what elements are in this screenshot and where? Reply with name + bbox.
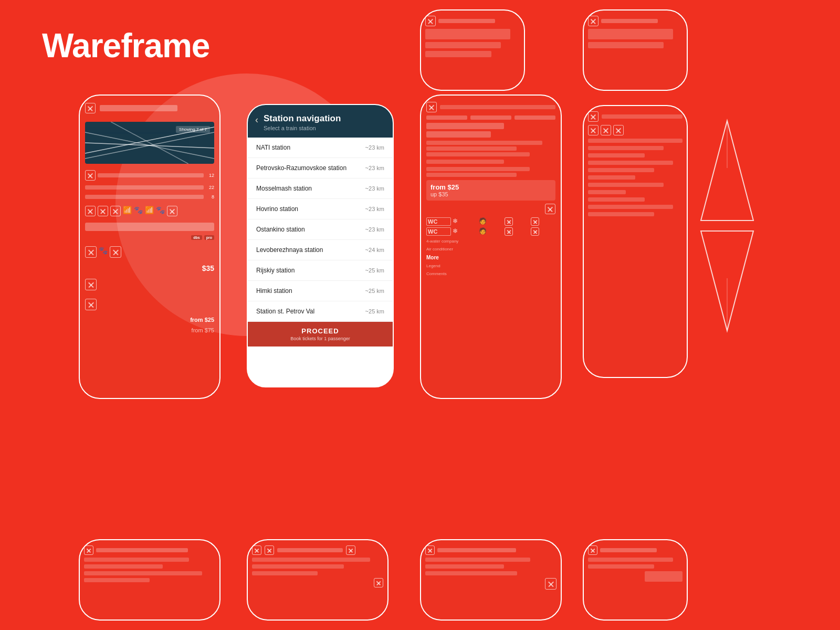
right-header bbox=[426, 102, 555, 112]
b2-icon-1 bbox=[252, 545, 261, 555]
station-distance: ~23 km bbox=[365, 226, 384, 233]
b4-icon-1 bbox=[588, 545, 597, 555]
wifi-icon-1: 📶 bbox=[123, 206, 132, 216]
proceed-sub-label: Book tickets for 1 passenger bbox=[253, 336, 387, 341]
station-name: Hovrino station bbox=[256, 205, 298, 213]
far-right-header bbox=[588, 111, 682, 122]
left-price-from: from $25 bbox=[85, 317, 214, 323]
left-row-icon-1 bbox=[85, 170, 96, 181]
left-icons-row-2: 🐾 bbox=[85, 246, 214, 258]
li-2 bbox=[98, 206, 108, 216]
station-distance: ~25 km bbox=[365, 308, 384, 314]
left-phone-icon-1 bbox=[85, 103, 96, 113]
person-icon-2: 🧑 bbox=[479, 227, 503, 236]
right-price-block: from $25 up $35 bbox=[426, 180, 555, 201]
paw-icon-3: 🐾 bbox=[99, 246, 108, 258]
left-data-row-2: 22 bbox=[85, 185, 214, 190]
li2-1 bbox=[85, 246, 97, 258]
li3-1 bbox=[85, 279, 97, 290]
back-arrow-icon[interactable]: ‹ bbox=[255, 114, 258, 125]
station-distance: ~25 km bbox=[365, 288, 384, 294]
rg-icon-3 bbox=[505, 227, 513, 236]
station-distance: ~24 km bbox=[365, 247, 384, 253]
b2-icon-4 bbox=[374, 578, 383, 587]
left-data-row-3: 8 bbox=[85, 194, 214, 200]
proceed-label: PROCEED bbox=[253, 327, 387, 335]
rg-icon-2 bbox=[531, 217, 539, 226]
left-icons-row-4 bbox=[85, 299, 214, 310]
right-section-labels bbox=[426, 116, 555, 120]
station-name: Mosselmash station bbox=[256, 185, 312, 192]
station-name: Station st. Petrov Val bbox=[256, 308, 314, 315]
left-icons-row-3 bbox=[85, 279, 214, 290]
station-nav-title: Station navigation bbox=[264, 113, 341, 124]
person-icon-1: 🧑 bbox=[479, 217, 503, 226]
left-data-row-1: 12 bbox=[85, 170, 214, 181]
snowflake-icon-2: ❄ bbox=[453, 227, 477, 236]
li-4 bbox=[167, 206, 177, 216]
station-list-item[interactable]: Himki station ~25 km bbox=[248, 281, 393, 301]
non-refundable-label bbox=[426, 160, 555, 164]
station-list-item[interactable]: Petrovsko-Razumovskoe station ~23 km bbox=[248, 158, 393, 178]
fr-icon-grid bbox=[588, 125, 682, 135]
right-icon-1 bbox=[426, 102, 437, 112]
bottom-phone-1 bbox=[79, 539, 220, 621]
right-phone: from $25 up $35 WC ❄ 🧑 WC ❄ 🧑 4-water co… bbox=[420, 94, 562, 399]
bottom-phone-2 bbox=[247, 539, 388, 621]
center-phone-header: ‹ Station navigation Select a train stat… bbox=[248, 105, 393, 138]
station-nav-subtitle: Select a train station bbox=[264, 125, 341, 131]
air-label: Air conditioner bbox=[426, 247, 555, 251]
station-list-item[interactable]: Hovrino station ~23 km bbox=[248, 199, 393, 219]
companion-label: 4-water company bbox=[426, 239, 555, 244]
page-title: Wareframe bbox=[42, 26, 209, 65]
li-1 bbox=[85, 206, 96, 216]
station-list-item[interactable]: Ostankino station ~23 km bbox=[248, 219, 393, 240]
station-list-item[interactable]: Levoberezhnaya station ~24 km bbox=[248, 240, 393, 260]
place-labels bbox=[426, 167, 555, 177]
right-close-icon[interactable] bbox=[545, 204, 555, 214]
station-list: NATI station ~23 km Petrovsko-Razumovsko… bbox=[248, 138, 393, 322]
station-distance: ~25 km bbox=[365, 267, 384, 274]
left-phone: Showing 7 of 7 12 22 8 📶 🐾 📶 🐾 bbox=[79, 94, 220, 399]
bottom-phone-3 bbox=[420, 539, 562, 621]
fr-ic-2 bbox=[601, 125, 611, 135]
li-3 bbox=[110, 206, 121, 216]
station-name: Rijskiy station bbox=[256, 267, 295, 274]
station-list-item[interactable]: Mosselmash station ~23 km bbox=[248, 178, 393, 199]
paw-icon-1: 🐾 bbox=[134, 206, 143, 216]
wc-icon-1: WC bbox=[426, 217, 451, 226]
b3-icon-2 bbox=[545, 578, 556, 590]
showing-badge: Showing 7 of 7 bbox=[176, 126, 210, 133]
left-phone-diagram: Showing 7 of 7 bbox=[85, 122, 214, 164]
station-list-item[interactable]: Rijskiy station ~25 km bbox=[248, 260, 393, 281]
top-right-phone-2 bbox=[583, 9, 688, 91]
legend-label: Legend bbox=[426, 264, 555, 268]
right-price-from: from $25 bbox=[430, 183, 551, 191]
station-name: Levoberezhnaya station bbox=[256, 246, 323, 254]
far-right-phone bbox=[583, 105, 688, 378]
tag-pro: pro bbox=[204, 235, 214, 240]
left-price-from2: from $75 bbox=[85, 327, 214, 333]
station-name: Ostankino station bbox=[256, 226, 305, 233]
station-distance: ~23 km bbox=[365, 185, 384, 192]
comments-label: Comments bbox=[426, 271, 555, 276]
li2-2 bbox=[110, 246, 121, 258]
b3-icon-1 bbox=[425, 545, 435, 555]
b1-icon bbox=[84, 545, 93, 555]
fr-icon-1 bbox=[588, 111, 598, 122]
station-name: Himki station bbox=[256, 287, 292, 295]
b2-icon-3 bbox=[346, 545, 355, 555]
top-right-phone-1 bbox=[420, 9, 525, 91]
station-list-item[interactable]: NATI station ~23 km bbox=[248, 138, 393, 158]
proceed-button[interactable]: PROCEED Book tickets for 1 passenger bbox=[248, 322, 393, 346]
center-phone: ‹ Station navigation Select a train stat… bbox=[247, 104, 394, 387]
fr-ic-3 bbox=[613, 125, 624, 135]
station-list-item[interactable]: Station st. Petrov Val ~25 km bbox=[248, 301, 393, 322]
snowflake-icon-1: ❄ bbox=[453, 217, 477, 226]
wc-icon-2: WC bbox=[426, 227, 451, 236]
left-bar-1 bbox=[100, 105, 177, 111]
tag-dbs: dbs bbox=[191, 235, 202, 240]
left-search-bar[interactable] bbox=[85, 223, 214, 231]
station-distance: ~23 km bbox=[365, 206, 384, 212]
more-label[interactable]: More bbox=[426, 255, 555, 260]
